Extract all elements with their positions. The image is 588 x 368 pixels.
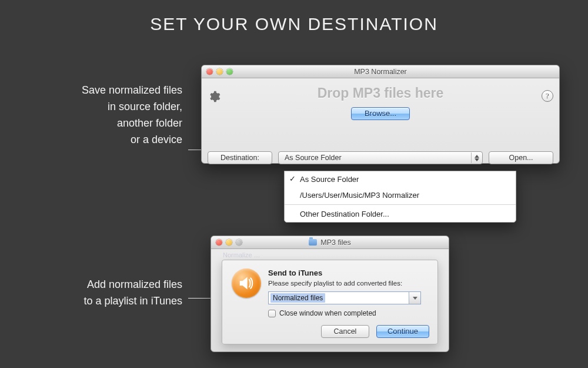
window-title: MP3 files <box>320 238 350 247</box>
close-icon[interactable] <box>216 239 222 246</box>
caption-line: to a playlist in iTunes <box>84 295 182 307</box>
destination-button[interactable]: Destination: <box>208 151 272 164</box>
destination-popup[interactable]: As Source Folder <box>278 151 483 164</box>
minimize-icon[interactable] <box>226 239 232 246</box>
caption-destination: Save normalized files in source folder, … <box>24 82 182 148</box>
browse-button[interactable]: Browse... <box>351 107 410 120</box>
folder-icon <box>309 239 317 246</box>
close-icon[interactable] <box>206 68 213 75</box>
menu-item-as-source[interactable]: As Source Folder <box>285 171 516 187</box>
destination-value: As Source Folder <box>285 154 342 162</box>
chevron-down-icon[interactable] <box>409 292 420 304</box>
sheet-message: Please specify playlist to add converted… <box>268 280 428 287</box>
gear-icon[interactable] <box>208 90 220 103</box>
playlist-combobox[interactable]: Normalized files <box>268 291 421 304</box>
traffic-lights <box>206 68 233 75</box>
titlebar[interactable]: MP3 Normalizer <box>202 65 559 78</box>
traffic-lights <box>216 239 242 246</box>
cancel-button[interactable]: Cancel <box>321 325 369 338</box>
menu-item-other[interactable]: Other Destination Folder... <box>285 206 516 222</box>
continue-button[interactable]: Continue <box>376 325 429 338</box>
updown-arrows-icon <box>471 152 482 163</box>
background-faint-text: Normalize … <box>223 251 437 258</box>
menu-separator <box>285 204 516 205</box>
caption-itunes: Add normalized files to a playlist in iT… <box>35 277 182 310</box>
checkbox-box-icon <box>268 310 276 317</box>
caption-line: in source folder, <box>108 101 182 112</box>
sheet-title: Send to iTunes <box>268 268 428 277</box>
minimize-icon[interactable] <box>216 68 223 75</box>
zoom-disabled-icon <box>236 239 242 246</box>
send-to-itunes-sheet: Send to iTunes Please specify playlist t… <box>222 260 438 344</box>
window-title: MP3 Normalizer <box>354 68 407 76</box>
zoom-icon[interactable] <box>226 68 233 75</box>
page-heading: SET YOUR OWN DESTINATION <box>0 14 588 34</box>
caption-line: Add normalized files <box>87 279 182 290</box>
menu-item-user-path[interactable]: /Users/User/Music/MP3 Normalizer <box>285 187 516 203</box>
window-mp3-normalizer: MP3 Normalizer ? Drop MP3 files here Bro… <box>201 65 560 164</box>
help-icon[interactable]: ? <box>542 90 553 102</box>
caption-line: Save normalized files <box>82 84 182 96</box>
destination-menu: As Source Folder /Users/User/Music/MP3 N… <box>284 171 516 223</box>
window-mp3-files: MP3 files Normalize … Send to iTunes Ple… <box>211 236 449 352</box>
titlebar[interactable]: MP3 files <box>211 236 449 249</box>
app-icon <box>232 268 261 298</box>
open-button[interactable]: Open... <box>489 151 553 164</box>
checkbox-label: Close window when completed <box>279 309 376 317</box>
close-when-done-checkbox[interactable]: Close window when completed <box>268 309 428 317</box>
caption-line: another folder <box>117 117 182 129</box>
playlist-value: Normalized files <box>270 293 325 303</box>
caption-line: or a device <box>131 134 182 145</box>
drop-zone-label: Drop MP3 files here <box>202 85 559 101</box>
